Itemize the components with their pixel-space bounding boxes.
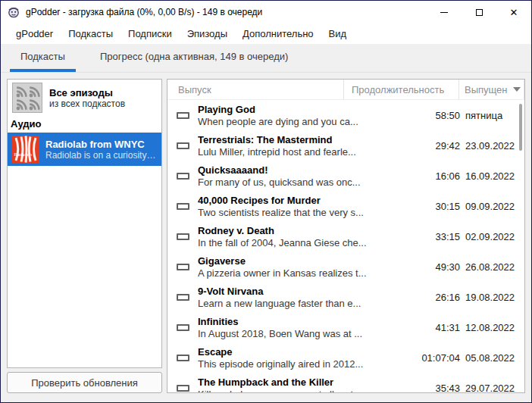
main-area: Все эпизоды из всех подкастов Аудио [1,73,531,402]
episode-released: 29.07.2022 [460,383,524,393]
column-header-episode[interactable]: Выпуск [167,80,343,99]
episode-title: 40,000 Recipes for Murder [198,195,399,206]
episode-icon [177,112,189,119]
maximize-icon [476,9,483,16]
column-header-duration[interactable]: Продолжительность [343,80,458,99]
window-title: gPodder - загрузка файла (0%, 0,00 B/s) … [26,7,427,17]
radiolab-icon-text: Radiolab [14,152,33,157]
podcast-item-radiolab[interactable]: Radiolab Radiolab from WNYC Radiolab is … [8,133,161,166]
episode-released: 16.09.2022 [460,170,524,182]
episode-subtitle: In the fall of 2004, Jeanna Giese che... [198,237,399,248]
gpodder-window: gPodder - загрузка файла (0%, 0,00 B/s) … [0,0,532,403]
episode-title: Quicksaaaand! [198,164,399,176]
maximize-button[interactable] [462,1,496,23]
episode-icon [177,294,189,301]
episode-title: Escape [198,346,399,358]
episode-released: 19.08.2022 [460,292,524,303]
episode-row[interactable]: Escape This episode originally aired in … [167,342,524,373]
all-episodes-item[interactable]: Все эпизоды из всех подкастов [8,80,161,116]
all-episodes-title: Все эпизоды [49,87,125,98]
episode-icon [177,355,189,361]
episode-duration: 26:16 [399,292,460,303]
episode-subtitle: Learn a new language faster than e... [198,298,399,309]
podcast-title: Radiolab from WNYC [45,139,157,150]
episode-duration: 16:06 [399,170,460,182]
episode-title: Gigaverse [198,255,399,267]
episode-row[interactable]: Gigaverse A pizzeria owner in Kansas rea… [167,251,524,282]
episode-subtitle: Two scientists realize that the very s..… [198,207,399,218]
episode-title: The Humpback and the Killer [198,376,399,388]
gpodder-app-icon [8,6,20,18]
episode-title: Playing God [198,104,399,115]
podcast-list-panel: Все эпизоды из всех подкастов Аудио [7,79,162,368]
minimize-button[interactable] [427,1,462,23]
episode-released: 05.08.2022 [460,352,524,364]
menu-gpodder[interactable]: gPodder [8,25,61,42]
window-controls: ✕ [427,1,531,23]
column-header-released[interactable]: Выпущен [458,80,524,99]
episode-row[interactable]: Terrestrials: The Mastermind Lulu Miller… [167,130,524,161]
episode-duration: 35:43 [399,383,460,393]
tab-progress[interactable]: Прогресс (одна активная, 149 в очереди) [89,44,299,72]
menu-extras[interactable]: Дополнительно [235,25,321,42]
episode-icon [177,324,189,331]
tabstrip: Подкасты Прогресс (одна активная, 149 в … [1,44,531,73]
tab-podcasts[interactable]: Подкасты [10,44,76,72]
episode-row[interactable]: Playing God When people are dying and yo… [167,100,524,130]
episode-released: 02.09.2022 [460,231,524,242]
episode-duration: 01:07:04 [399,352,460,364]
episode-icon [177,233,189,240]
episode-duration: 49:30 [399,261,460,273]
episode-title: 9-Volt Nirvana [198,286,399,297]
episode-subtitle: When people are dying and you ca... [198,116,399,127]
episode-released: 12.08.2022 [460,322,524,333]
vertical-scrollbar-thumb[interactable] [519,104,522,151]
episodes-panel: Выпуск Продолжительность Выпущен Playing… [167,79,525,393]
episode-subtitle: For many of us, quicksand was onc... [198,177,399,188]
episode-icon [177,264,189,270]
episode-released: 09.09.2022 [460,201,524,212]
close-button[interactable]: ✕ [496,1,531,23]
column-header-released-label: Выпущен [465,84,508,95]
episode-icon [177,173,189,180]
episode-duration: 41:31 [399,322,460,333]
menu-episodes[interactable]: Эпизоды [180,25,235,42]
menubar: gPodder Подкасты Подписки Эпизоды Дополн… [1,23,531,44]
episode-released: 23.09.2022 [460,140,524,152]
episode-duration: 29:42 [399,140,460,152]
episode-row[interactable]: Quicksaaaand! For many of us, quicksand … [167,161,524,191]
episode-row[interactable]: Rodney v. Death In the fall of 2004, Jea… [167,221,524,251]
episodes-list: Playing God When people are dying and yo… [167,100,524,392]
episode-row[interactable]: 9-Volt Nirvana Learn a new language fast… [167,282,524,312]
sort-desc-icon [513,87,521,92]
episode-subtitle: This episode originally aired in 2012... [198,358,399,370]
all-episodes-subtitle: из всех подкастов [49,98,125,109]
episode-released: 26.08.2022 [460,261,524,273]
menu-subscriptions[interactable]: Подписки [120,25,180,42]
episode-subtitle: Killer whales — orcas — eat all sort... [198,389,399,393]
episode-subtitle: In August 2018, Boen Wang was at ... [198,328,399,339]
sidebar: Все эпизоды из всех подкастов Аудио [7,79,162,393]
episode-subtitle: A pizzeria owner in Kansas realizes t... [198,267,399,279]
radiolab-cover-icon: Radiolab [12,136,39,163]
minimize-icon [440,12,448,13]
episode-released: пятница [460,110,524,121]
menu-view[interactable]: Вид [321,25,355,42]
episode-row[interactable]: The Humpback and the Killer Killer whale… [167,373,524,392]
titlebar: gPodder - загрузка файла (0%, 0,00 B/s) … [1,1,531,23]
episodes-table-header: Выпуск Продолжительность Выпущен [167,80,524,100]
episode-title: Infinities [198,316,399,327]
menu-podcasts[interactable]: Подкасты [61,25,120,42]
check-updates-button[interactable]: Проверить обновления [7,372,162,393]
episode-icon [177,142,189,149]
episode-icon [177,385,189,392]
section-audio-label: Аудио [8,116,161,133]
episode-title: Rodney v. Death [198,225,399,236]
episode-row[interactable]: Infinities In August 2018, Boen Wang was… [167,312,524,342]
episode-icon [177,203,189,210]
episode-duration: 33:15 [399,231,460,242]
episode-row[interactable]: 40,000 Recipes for Murder Two scientists… [167,191,524,221]
episode-duration: 30:15 [399,201,460,212]
rss-grid-icon [12,83,42,113]
episode-title: Terrestrials: The Mastermind [198,134,399,145]
